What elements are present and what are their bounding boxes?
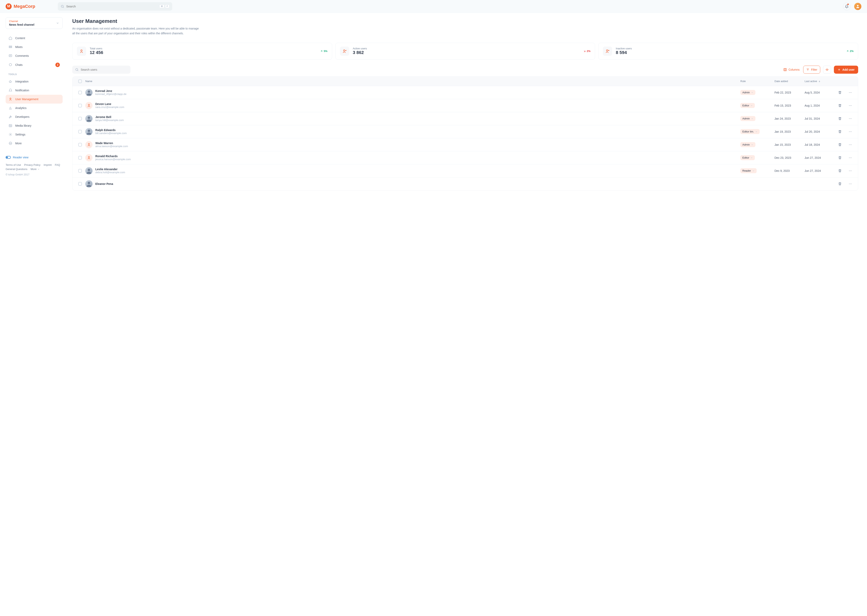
notifications-button[interactable] — [843, 3, 851, 10]
delete-button[interactable] — [835, 117, 845, 120]
header-date-added[interactable]: Date added — [774, 80, 804, 83]
columns-button[interactable]: Columns — [782, 68, 800, 71]
footer-privacy[interactable]: Privacy Policy — [24, 163, 41, 167]
table-row: Ronald Richardsjessica.hanson@example.co… — [72, 151, 858, 164]
stat-label: Inactive users — [616, 47, 842, 50]
search-input[interactable] — [66, 5, 157, 8]
role-chip[interactable]: Editor — [740, 103, 755, 108]
svg-point-30 — [851, 118, 851, 119]
select-all-checkbox[interactable] — [78, 80, 82, 83]
svg-point-1 — [857, 5, 858, 6]
chevron-down-icon — [751, 118, 753, 120]
delete-button[interactable] — [835, 104, 845, 107]
row-more-button[interactable] — [845, 117, 856, 120]
page-description: An organisation does not exist without a… — [72, 26, 201, 36]
filter-button[interactable]: Filter — [803, 66, 820, 74]
footer-terms[interactable]: Terms of Use — [6, 163, 21, 167]
home-icon — [8, 36, 13, 40]
sidebar-item-notification[interactable]: Notification — [6, 86, 63, 95]
sidebar-item-comments[interactable]: Comments — [6, 51, 63, 60]
row-more-button[interactable] — [845, 169, 856, 173]
user-icon — [77, 47, 86, 56]
row-checkbox[interactable] — [78, 130, 82, 134]
tools-section-label: TOOLS — [6, 69, 63, 77]
stat-inactive-users: Inactive users 8 594 2% — [598, 43, 858, 60]
role-chip[interactable]: Reader — [740, 168, 757, 173]
download-button[interactable] — [823, 66, 831, 74]
sidebar-item-more[interactable]: More — [6, 139, 63, 148]
svg-rect-4 — [9, 55, 12, 57]
sidebar-item-media-library[interactable]: Media library — [6, 121, 63, 130]
reader-view-toggle[interactable]: Reader view — [6, 155, 63, 160]
gear-icon — [8, 132, 13, 137]
delete-button[interactable] — [835, 169, 845, 173]
channel-selector[interactable]: Channel News feed channel — [6, 17, 63, 29]
svg-point-35 — [88, 143, 90, 145]
sidebar-item-label: Mixes — [15, 46, 23, 49]
sidebar-item-user-management[interactable]: User Management — [6, 95, 63, 104]
role-chip[interactable]: Editor — [740, 155, 755, 160]
sidebar-item-mixes[interactable]: Mixes — [6, 42, 63, 51]
stat-trend: 5% — [320, 50, 328, 53]
row-checkbox[interactable] — [78, 169, 82, 173]
brand-mark: M — [6, 3, 12, 9]
chevron-down-icon — [751, 104, 753, 107]
delete-button[interactable] — [835, 156, 845, 160]
more-icon — [848, 91, 852, 94]
header-last-active[interactable]: Last active — [804, 80, 835, 83]
toggle-icon — [6, 156, 11, 159]
row-more-button[interactable] — [845, 182, 856, 185]
last-active: Jul 20, 2024 — [804, 130, 835, 133]
row-checkbox[interactable] — [78, 104, 82, 107]
role-chip[interactable]: Admin — [740, 90, 755, 95]
row-checkbox[interactable] — [78, 182, 82, 185]
row-checkbox[interactable] — [78, 91, 82, 94]
sidebar-item-label: Developers — [15, 115, 30, 118]
row-checkbox[interactable] — [78, 117, 82, 120]
arrow-up-icon — [846, 50, 849, 53]
delete-button[interactable] — [835, 130, 845, 134]
header-role[interactable]: Role — [740, 80, 774, 83]
sidebar-item-integration[interactable]: Integration — [6, 77, 63, 86]
delete-button[interactable] — [835, 143, 845, 146]
delete-button[interactable] — [835, 182, 845, 185]
svg-rect-18 — [784, 68, 787, 71]
trash-icon — [838, 143, 842, 146]
user-avatar — [85, 154, 93, 161]
delete-button[interactable] — [835, 91, 845, 94]
user-avatar — [85, 141, 93, 148]
global-search[interactable]: ⌘F — [58, 2, 172, 11]
users-table: Name Role Date added Last active Konrad … — [72, 77, 858, 190]
role-chip[interactable]: Admin — [740, 116, 755, 121]
row-more-button[interactable] — [845, 130, 856, 134]
row-more-button[interactable] — [845, 143, 856, 146]
footer-faq[interactable]: FAQ — [55, 163, 60, 167]
role-chip[interactable]: Admin — [740, 142, 755, 147]
footer-imprint[interactable]: Imprint — [44, 163, 52, 167]
footer-more[interactable]: More — [30, 168, 40, 171]
svg-point-48 — [849, 184, 850, 184]
user-email: alma.lawson@example.com — [95, 145, 128, 148]
header-name[interactable]: Name — [85, 80, 740, 83]
row-more-button[interactable] — [845, 91, 856, 94]
footer-general[interactable]: General Questions — [6, 168, 27, 171]
add-user-button[interactable]: Add user — [834, 66, 858, 74]
stat-value: 12 456 — [90, 50, 316, 55]
search-users[interactable] — [72, 66, 130, 74]
sidebar-item-content[interactable]: Content — [6, 34, 63, 42]
more-icon — [848, 169, 852, 173]
svg-point-9 — [10, 134, 11, 135]
current-user-avatar[interactable] — [854, 3, 861, 10]
row-checkbox[interactable] — [78, 143, 82, 146]
sidebar-item-analytics[interactable]: Analytics — [6, 104, 63, 112]
sidebar-item-chats[interactable]: Chats 2 — [6, 60, 63, 69]
sidebar-item-settings[interactable]: Settings — [6, 130, 63, 139]
row-more-button[interactable] — [845, 156, 856, 160]
row-checkbox[interactable] — [78, 156, 82, 160]
row-more-button[interactable] — [845, 104, 856, 107]
chats-icon — [8, 63, 13, 67]
sidebar-item-developers[interactable]: Developers — [6, 112, 63, 121]
role-chip[interactable]: Editor lim. — [740, 129, 760, 134]
search-users-input[interactable] — [81, 68, 128, 71]
brand-logo[interactable]: M MegaCorp — [6, 3, 50, 9]
